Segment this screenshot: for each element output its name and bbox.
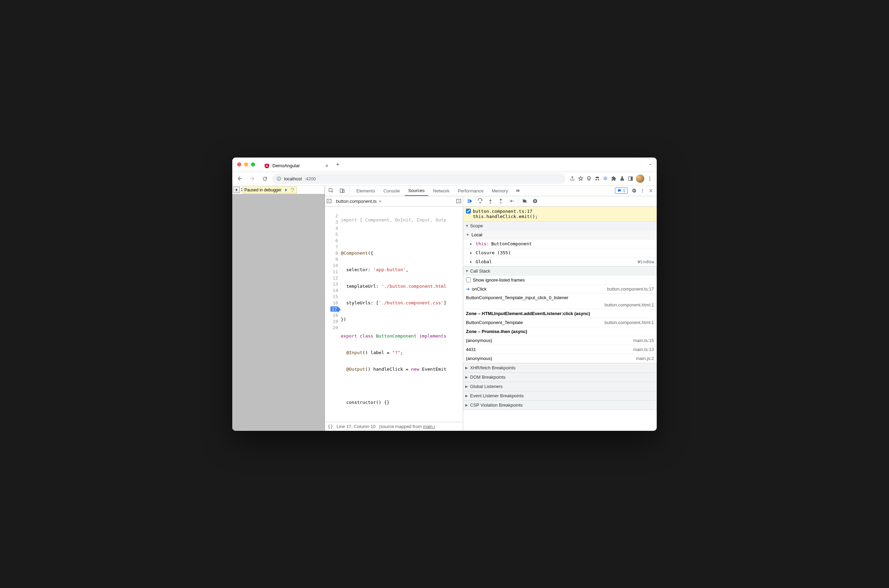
source-map-link[interactable]: main.j [423,424,435,429]
browser-tab[interactable]: DemoAngular × [260,160,332,172]
gutter-line[interactable]: 8 [327,250,338,256]
tab-console[interactable]: Console [380,186,403,196]
xhr-breakpoints-header[interactable]: ▶XHR/fetch Breakpoints [463,363,657,372]
gutter-line[interactable]: 7 [327,244,338,250]
dom-breakpoints-header[interactable]: ▶DOM Breakpoints [463,373,657,382]
stack-frame[interactable]: ButtonComponent_Templatebutton.component… [463,318,657,327]
more-files-icon[interactable] [456,198,461,204]
breakpoint-checkbox[interactable] [466,208,471,213]
event-listener-breakpoints-header[interactable]: ▶Event Listener Breakpoints [463,392,657,400]
share-icon[interactable] [570,176,575,182]
paused-label: Paused in debugger [244,188,281,192]
expand-tabs-icon[interactable] [648,162,657,167]
step-button[interactable] [508,197,515,205]
more-tabs-icon[interactable] [513,186,523,195]
gutter-line[interactable]: 11 [327,269,338,275]
gutter-line[interactable]: 20 [327,325,338,331]
stack-frame[interactable]: (anonymous)main.js:2 [463,354,657,363]
close-window-button[interactable] [237,162,241,166]
pause-exceptions-button[interactable] [531,197,539,205]
issues-count: 1 [623,188,625,193]
inspect-element-icon[interactable] [326,186,336,195]
gutter-line[interactable] [327,207,338,213]
stack-frame[interactable]: (anonymous)main.ts:15 [463,336,657,345]
pretty-print-icon[interactable]: {} [328,424,333,429]
gutter-line[interactable]: 6 [327,238,338,244]
gutter-line[interactable]: 19 [327,318,338,325]
extensions-puzzle-icon[interactable] [611,176,617,182]
gutter-line[interactable]: 14 [327,287,338,294]
deactivate-breakpoints-button[interactable] [521,197,529,205]
ext-skull-icon[interactable] [586,176,592,182]
code-area[interactable]: 2 3 4 5 6 7 8 9 10 11 12 13 14 [325,207,463,422]
tab-elements[interactable]: Elements [353,186,378,196]
address-bar[interactable]: localhost:4200 [272,173,566,184]
bookmark-star-icon[interactable] [578,176,583,182]
maximize-window-button[interactable] [251,162,255,166]
editor-tab-close-icon[interactable]: × [379,199,381,204]
step-into-button[interactable] [487,197,494,205]
gutter-line[interactable]: 9 [327,256,338,262]
gutter-line[interactable]: 15 [327,294,338,300]
menu-kebab-icon[interactable] [647,176,653,182]
gutter-line[interactable]: 4 [327,225,338,231]
gutter-line[interactable]: 16 [327,300,338,306]
scope-closure[interactable]: ▶Closure (355) [463,248,657,257]
show-ignored-row[interactable]: Show ignore-listed frames [463,276,657,285]
stack-frame[interactable]: 4431main.ts:13 [463,345,657,354]
ext-lens-icon[interactable] [603,176,608,182]
reload-button[interactable] [260,174,270,183]
stack-frame[interactable]: ButtonComponent_Template_input_click_0_l… [463,294,657,309]
svg-point-4 [588,178,589,178]
stack-async-boundary: Zone – Promise.then (async) [463,327,657,336]
profile-avatar[interactable] [636,174,644,183]
tab-title: DemoAngular [272,163,300,168]
add-button[interactable]: + [233,186,240,193]
gutter-line[interactable]: 12 [327,275,338,281]
gutter-line[interactable]: 2 [327,213,338,219]
new-tab-button[interactable]: + [332,161,343,168]
gutter-line[interactable]: 3 [327,219,338,225]
tab-performance[interactable]: Performance [454,186,487,196]
gutter-line[interactable]: 10 [327,262,338,269]
issues-chip[interactable]: 1 [615,188,628,194]
close-devtools-icon[interactable] [649,188,653,193]
stack-async-boundary: Zone – HTMLInputElement.addEventListener… [463,309,657,318]
gutter-line[interactable]: 18 [327,312,338,318]
tab-memory[interactable]: Memory [488,186,512,196]
scope-local-header[interactable]: ▼Local [463,230,657,239]
global-listeners-header[interactable]: ▶Global Listeners [463,382,657,391]
step-over-button[interactable] [476,197,484,205]
ext-incognito-icon[interactable] [595,176,600,182]
gutter-line[interactable]: 5 [327,231,338,238]
resume-pill-icon[interactable] [283,188,288,192]
callstack-header[interactable]: ▼Call Stack [463,267,657,276]
close-tab-icon[interactable]: × [325,163,328,169]
back-button[interactable] [235,174,245,183]
ext-panel-icon[interactable] [628,176,633,182]
titlebar: DemoAngular × + [232,158,657,172]
devtools-kebab-icon[interactable] [640,188,645,193]
forward-button[interactable] [248,174,257,183]
step-out-button[interactable] [497,197,505,205]
tab-network[interactable]: Network [429,186,453,196]
minimize-window-button[interactable] [244,162,248,166]
scope-global[interactable]: ▶GlobalWindow [463,257,657,266]
tab-sources[interactable]: Sources [405,186,428,196]
gutter-line[interactable]: 13 [327,281,338,287]
breakpoint-file[interactable]: button.component.ts:17 [473,208,532,214]
scope-this[interactable]: ▶this: ButtonComponent [463,239,657,248]
step-pill-icon[interactable] [290,188,295,192]
editor-file-tab[interactable]: button.component.ts × [334,199,383,204]
gutter-line-breakpoint[interactable]: 17 [327,306,338,312]
show-ignored-checkbox[interactable] [466,278,471,282]
resume-button[interactable] [466,197,473,205]
stack-frame[interactable]: ➔onClickbutton.component.ts:17 [463,285,657,294]
scope-header[interactable]: ▼Scope [463,222,657,230]
device-toggle-icon[interactable] [337,186,347,195]
settings-gear-icon[interactable] [631,188,637,194]
navigator-toggle-icon[interactable] [326,198,332,204]
issues-icon [617,189,622,193]
csp-breakpoints-header[interactable]: ▶CSP Violation Breakpoints [463,401,657,410]
ext-labs-icon[interactable] [619,176,625,182]
